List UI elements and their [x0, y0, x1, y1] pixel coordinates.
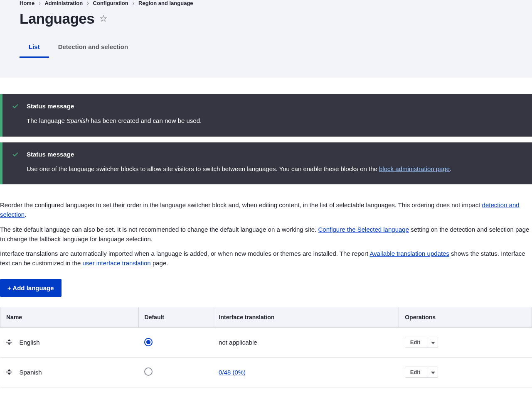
default-radio[interactable] [144, 367, 153, 376]
language-name: English [20, 339, 40, 346]
language-name: Spanish [20, 369, 42, 376]
chevron-down-icon [431, 339, 435, 345]
breadcrumb-item[interactable]: Administration [44, 0, 83, 6]
operations-dropbutton: Edit [405, 367, 438, 378]
col-default: Default [138, 307, 213, 327]
breadcrumb-item[interactable]: Home [20, 0, 34, 6]
tabs: List Detection and selection [20, 38, 512, 58]
drag-handle-icon[interactable] [6, 339, 12, 345]
interface-translation-link[interactable]: 0/48 (0%) [219, 369, 246, 376]
col-operations: Operations [399, 307, 532, 327]
status-heading: Status message [27, 103, 522, 110]
dropbutton-toggle[interactable] [428, 367, 438, 377]
status-heading: Status message [27, 151, 522, 158]
breadcrumb-item[interactable]: Configuration [93, 0, 128, 6]
default-radio[interactable] [144, 338, 153, 346]
star-icon[interactable]: ☆ [99, 13, 108, 24]
chevron-right-icon: › [133, 0, 134, 6]
translation-updates-link[interactable]: Available translation updates [369, 250, 449, 257]
description: Reorder the configured languages to set … [0, 200, 532, 268]
status-text: The language Spanish has been created an… [27, 116, 522, 126]
interface-translation-cell: not applicable [213, 327, 399, 357]
edit-button[interactable]: Edit [405, 367, 428, 377]
configure-selected-language-link[interactable]: Configure the Selected language [318, 226, 409, 233]
operations-dropbutton: Edit [405, 337, 438, 348]
ui-translation-link[interactable]: user interface translation [82, 259, 150, 267]
tab-list[interactable]: List [20, 38, 49, 58]
check-icon [12, 103, 18, 126]
status-text: Use one of the language switcher blocks … [27, 164, 522, 174]
edit-button[interactable]: Edit [405, 337, 428, 348]
breadcrumb: Home › Administration › Configuration › … [20, 0, 512, 6]
col-interface-translation: Interface translation [213, 307, 399, 327]
chevron-right-icon: › [39, 0, 40, 6]
col-name: Name [0, 307, 139, 327]
block-admin-link[interactable]: block administration page [379, 165, 450, 172]
languages-table: Name Default Interface translation Opera… [0, 307, 532, 387]
breadcrumb-item[interactable]: Region and language [138, 0, 193, 6]
table-row: Spanish 0/48 (0%) Edit [0, 357, 532, 387]
tab-detection-and-selection[interactable]: Detection and selection [49, 38, 137, 58]
page-title: Languages [20, 10, 94, 27]
chevron-down-icon [431, 369, 435, 375]
dropbutton-toggle[interactable] [428, 337, 438, 348]
table-row: English not applicable Edit [0, 327, 532, 357]
status-message: Status message Use one of the language s… [0, 142, 532, 185]
drag-handle-icon[interactable] [6, 369, 12, 375]
chevron-right-icon: › [87, 0, 89, 6]
add-language-button[interactable]: + Add language [0, 279, 62, 297]
status-message: Status message The language Spanish has … [0, 94, 532, 137]
check-icon [12, 152, 18, 174]
